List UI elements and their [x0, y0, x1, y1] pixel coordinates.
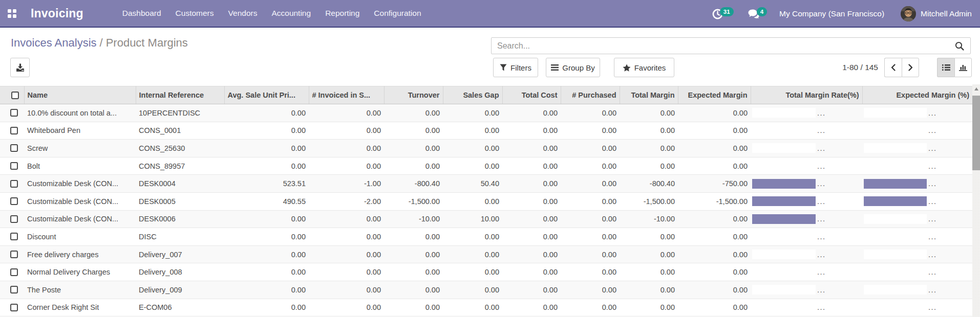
breadcrumb-parent-link[interactable]: Invoices Analysis	[11, 36, 97, 49]
row-checkbox[interactable]	[10, 233, 18, 240]
cell-name: 10.0% discount on total a...	[24, 104, 136, 122]
row-checkbox[interactable]	[10, 268, 18, 276]
pager-next-button[interactable]	[902, 58, 919, 77]
table-row[interactable]: The PosteDelivery_0090.000.000.000.000.0…	[0, 281, 972, 299]
menu-item-customers[interactable]: Customers	[168, 0, 221, 27]
row-checkbox[interactable]	[10, 144, 18, 152]
messages-badge: 4	[757, 7, 767, 17]
column-header-expected-margin-pct[interactable]: Expected Margin (%)	[862, 86, 972, 104]
cell-expected-margin: 0.00	[678, 245, 751, 263]
company-switcher[interactable]: My Company (San Francisco)	[779, 9, 884, 18]
total-margin-rate-progressbar	[752, 108, 816, 118]
row-checkbox[interactable]	[10, 215, 18, 223]
table-row[interactable]: BoltCONS_899570.000.000.000.000.000.000.…	[0, 157, 972, 175]
table-row[interactable]: Customizable Desk (CON...DESK0004523.51-…	[0, 175, 972, 193]
row-checkbox[interactable]	[10, 197, 18, 205]
activities-button[interactable]: 31	[712, 9, 734, 19]
expected-margin-progressbar	[864, 250, 927, 259]
menu-item-vendors[interactable]: Vendors	[221, 0, 265, 27]
column-header-internal-reference[interactable]: Internal Reference	[136, 86, 224, 104]
cell-expected-margin: 0.00	[678, 122, 751, 140]
cell-internal-reference: DISC	[136, 228, 224, 246]
cell-avg-sale-unit-price: 0.00	[224, 228, 309, 246]
cell-internal-reference: DESK0004	[136, 175, 224, 193]
vertical-scrollbar[interactable]	[972, 84, 980, 317]
export-button[interactable]	[10, 58, 30, 77]
table-row[interactable]: Customizable Desk (CON...DESK00060.000.0…	[0, 210, 972, 228]
column-header-avg-sale-unit-price[interactable]: Avg. Sale Unit Pri...	[224, 86, 309, 104]
row-checkbox[interactable]	[10, 180, 18, 188]
table-row[interactable]: Normal Delivery ChargesDelivery_0080.000…	[0, 263, 972, 281]
star-icon	[623, 64, 631, 72]
cell-total-margin: 0.00	[620, 263, 678, 281]
cell-sales-gap: 0.00	[443, 192, 502, 210]
column-header-turnover[interactable]: Turnover	[384, 86, 443, 104]
cell-internal-reference: Delivery_009	[136, 281, 224, 299]
table-row[interactable]: Whiteboard PenCONS_00010.000.000.000.000…	[0, 122, 972, 140]
menu-item-accounting[interactable]: Accounting	[264, 0, 318, 27]
user-menu[interactable]: Mitchell Admin	[921, 9, 972, 18]
scrollbar-up-arrow[interactable]	[972, 84, 980, 94]
cell-invoiced: 0.00	[309, 210, 384, 228]
cell-name: Bolt	[24, 157, 136, 175]
cell-total-cost: 0.00	[502, 210, 561, 228]
list-view-button[interactable]	[937, 58, 954, 77]
filters-label: Filters	[510, 63, 531, 72]
messages-button[interactable]: 4	[748, 9, 767, 19]
row-checkbox[interactable]	[10, 162, 18, 170]
row-checkbox[interactable]	[10, 251, 18, 258]
search-button[interactable]	[952, 41, 970, 51]
menu-item-dashboard[interactable]: Dashboard	[115, 0, 168, 27]
row-checkbox[interactable]	[10, 286, 18, 293]
cell-turnover: -1,500.00	[384, 192, 443, 210]
column-header-purchased[interactable]: # Purchased	[561, 86, 620, 104]
table-row[interactable]: Free delivery chargesDelivery_0070.000.0…	[0, 245, 972, 263]
filters-button[interactable]: Filters	[493, 58, 538, 77]
row-checkbox[interactable]	[10, 304, 18, 311]
table-row[interactable]: Corner Desk Right SitE-COM060.000.000.00…	[0, 299, 972, 316]
groupby-label: Group By	[562, 63, 594, 72]
table-row[interactable]: DiscountDISC0.000.000.000.000.000.000.00…	[0, 228, 972, 246]
progressbar-overflow-text: ...	[928, 197, 937, 206]
table-row[interactable]: 10.0% discount on total a...10PERCENTDIS…	[0, 104, 972, 122]
invoicing-app: Invoicing DashboardCustomersVendorsAccou…	[0, 0, 980, 317]
progressbar-overflow-text: ...	[928, 303, 937, 311]
progressbar-overflow-text: ...	[817, 233, 826, 241]
menu-item-configuration[interactable]: Configuration	[367, 0, 428, 27]
cell-purchased: 0.00	[561, 122, 620, 140]
row-checkbox[interactable]	[10, 109, 18, 117]
column-header-total-cost[interactable]: Total Cost	[502, 86, 561, 104]
select-all-checkbox[interactable]	[11, 92, 19, 99]
chart-view-button[interactable]	[954, 58, 972, 77]
breadcrumb: Invoices Analysis/Product Margins	[11, 36, 188, 50]
bars-icon	[551, 64, 559, 71]
scrollbar-thumb[interactable]	[972, 96, 980, 170]
search-box	[491, 37, 971, 54]
table-row[interactable]: Customizable Desk (CON...DESK0005490.55-…	[0, 192, 972, 210]
pager-previous-button[interactable]	[884, 58, 902, 77]
column-header-expected-margin[interactable]: Expected Margin	[678, 86, 751, 104]
app-title[interactable]: Invoicing	[31, 7, 83, 20]
column-header-sales-gap[interactable]: Sales Gap	[443, 86, 502, 104]
cell-total-margin: 0.00	[620, 299, 678, 316]
column-header-name[interactable]: Name	[24, 86, 136, 104]
cell-purchased: 0.00	[561, 104, 620, 122]
table-row[interactable]: ScrewCONS_256300.000.000.000.000.000.000…	[0, 140, 972, 157]
cell-purchased: 0.00	[561, 140, 620, 157]
cell-sales-gap: 0.00	[443, 140, 502, 157]
search-input[interactable]	[492, 41, 952, 51]
groupby-button[interactable]: Group By	[546, 58, 600, 77]
cell-name: Customizable Desk (CON...	[24, 192, 136, 210]
row-checkbox[interactable]	[10, 127, 18, 134]
cell-total-cost: 0.00	[502, 157, 561, 175]
avatar[interactable]	[901, 6, 916, 21]
menu-item-reporting[interactable]: Reporting	[318, 0, 367, 27]
cell-expected-margin: 0.00	[678, 263, 751, 281]
column-header-total-margin[interactable]: Total Margin	[620, 86, 678, 104]
favorites-button[interactable]: Favorites	[614, 58, 674, 77]
apps-menu-button[interactable]	[0, 0, 24, 27]
column-header-invoiced[interactable]: # Invoiced in S...	[309, 86, 384, 104]
cell-name: Customizable Desk (CON...	[24, 210, 136, 228]
cell-internal-reference: CONS_89957	[136, 157, 224, 175]
column-header-total-margin-rate[interactable]: Total Margin Rate(%)	[751, 86, 862, 104]
